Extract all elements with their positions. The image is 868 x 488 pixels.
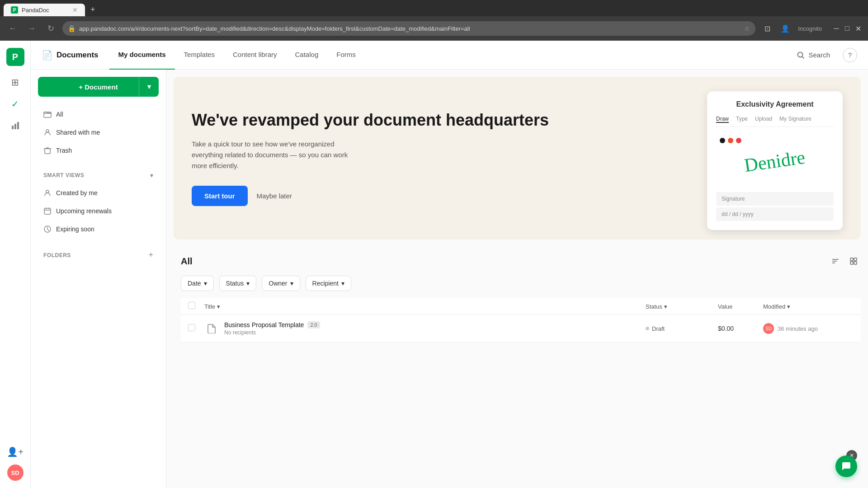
extensions-button[interactable]: ⊡ [760,21,774,36]
tab-forms[interactable]: Forms [327,41,365,70]
app-logo[interactable]: P [6,48,24,66]
maybe-later-button[interactable]: Maybe later [257,192,292,200]
sign-tab-type[interactable]: Type [736,116,748,123]
status-filter-button[interactable]: Status ▾ [219,276,257,291]
docs-list-area: All [166,247,868,350]
sidebar-item-created-by-me[interactable]: Created by me [38,184,159,202]
incognito-label: Incognito [796,25,824,32]
tasks-icon[interactable]: ✓ [6,95,24,113]
signature-area: Denidre [716,134,834,188]
smart-views-header: SMART VIEWS ▾ [38,168,159,183]
content-area: + Document ▾ All [31,70,868,488]
back-button[interactable]: ← [5,21,20,36]
new-tab-button[interactable]: + [87,3,99,16]
help-button[interactable]: ? [843,48,857,62]
active-tab[interactable]: P PandaDoc ✕ [4,4,85,16]
add-folder-button[interactable]: + [148,250,153,260]
date-filter-button[interactable]: Date ▾ [181,276,214,291]
tab-content-library[interactable]: Content library [224,41,286,70]
sidebar-item-upcoming-renewals[interactable]: Upcoming renewals [38,202,159,220]
app-container: P ⊞ ✓ 👤+ SD 📄 Documents My documents T [0,41,868,488]
svg-rect-7 [45,149,50,154]
close-window-button[interactable]: ✕ [854,24,863,33]
tab-label: PandaDoc [22,7,49,14]
nav-title: Documents [57,51,99,60]
status-dot [646,327,649,330]
chat-icon [841,461,852,472]
smart-views-section: SMART VIEWS ▾ Created by me [38,168,159,238]
filter-bar: Date ▾ Status ▾ Owner ▾ Recipient [181,276,861,291]
user-avatar[interactable]: SD [7,465,24,481]
created-by-me-icon [43,189,52,197]
start-tour-button[interactable]: Start tour [192,186,248,206]
sign-tab-draw[interactable]: Draw [716,116,729,123]
th-modified[interactable]: Modified ▾ [763,303,854,310]
rail-bottom: 👤+ SD [6,443,24,481]
date-field[interactable]: dd / dd / yyyy [716,207,834,221]
sig-dots [720,138,741,143]
tab-templates[interactable]: Templates [175,41,224,70]
svg-rect-1 [14,124,16,129]
forward-button[interactable]: → [24,21,39,36]
row-value: $0.00 [718,325,763,332]
smart-views-toggle[interactable]: ▾ [150,172,153,179]
sidebar-item-trash[interactable]: Trash [38,142,159,159]
status-filter-arrow: ▾ [246,280,250,287]
tab-catalog[interactable]: Catalog [286,41,328,70]
top-nav: 📄 Documents My documents Templates Conte… [31,41,868,70]
maximize-button[interactable]: □ [843,24,852,33]
profile-button[interactable]: 👤 [778,21,793,36]
row-checkbox[interactable] [188,324,204,333]
main-panel: We've revamped your document headquarter… [166,70,868,488]
minimize-button[interactable]: ─ [832,24,841,33]
add-contact-icon[interactable]: 👤+ [6,443,24,461]
new-document-button[interactable]: + Document ▾ [38,77,159,97]
tab-close-button[interactable]: ✕ [72,6,78,14]
analytics-icon[interactable] [6,117,24,135]
search-button[interactable]: Search [791,47,835,63]
smart-views-nav: Created by me Upcoming renewals [38,184,159,238]
sidebar-item-shared-label: Shared with me [56,129,100,136]
sign-tab-upload[interactable]: Upload [755,116,772,123]
upcoming-renewals-label: Upcoming renewals [56,207,112,215]
row-subtitle: No recipients [224,329,646,336]
grid-view-button[interactable] [846,254,861,268]
new-doc-dropdown-arrow[interactable]: ▾ [139,77,159,97]
sort-view-button[interactable] [828,254,843,268]
recipient-filter-button[interactable]: Recipient ▾ [306,276,351,291]
address-bar[interactable]: 🔒 app.pandadoc.com/a/#/documents-next?so… [62,21,755,36]
chat-bubble[interactable] [835,455,857,477]
th-checkbox [188,302,204,311]
svg-rect-0 [12,126,14,129]
sidebar-item-expiring-soon[interactable]: Expiring soon [38,221,159,238]
svg-rect-14 [850,258,853,261]
svg-rect-16 [850,262,853,264]
created-by-me-label: Created by me [56,189,98,197]
nav-actions: Search ? [791,47,857,63]
search-icon [797,51,805,59]
sidebar-item-trash-label: Trash [56,147,72,154]
row-status-label: Draft [652,325,665,332]
browser-actions: ⊡ 👤 Incognito [760,21,824,36]
owner-filter-button[interactable]: Owner ▾ [262,276,300,291]
row-select-checkbox[interactable] [188,324,195,331]
tab-my-documents[interactable]: My documents [109,41,175,70]
view-controls [828,254,861,268]
select-all-checkbox[interactable] [188,302,195,309]
th-status[interactable]: Status ▾ [646,303,718,310]
sidebar-item-all[interactable]: All [38,106,159,123]
sign-tab-my-signature[interactable]: My Signature [779,116,811,123]
sidebar-item-shared[interactable]: Shared with me [38,124,159,141]
th-status-sort-icon: ▾ [664,303,667,310]
home-icon[interactable]: ⊞ [6,73,24,91]
version-badge: 2.0 [307,321,320,328]
table-row[interactable]: Business Proposal Template 2.0 No recipi… [181,315,861,343]
refresh-button[interactable]: ↻ [43,21,58,36]
th-title[interactable]: Title ▾ [204,303,646,310]
status-filter-label: Status [226,280,244,287]
welcome-banner: We've revamped your document headquarter… [174,77,861,239]
th-status-label: Status [646,303,662,310]
signature-field[interactable]: Signature [716,192,834,206]
bookmark-icon: ☆ [744,25,750,32]
browser-chrome: P PandaDoc ✕ + ← → ↻ 🔒 app.pandadoc.com/… [0,0,868,41]
